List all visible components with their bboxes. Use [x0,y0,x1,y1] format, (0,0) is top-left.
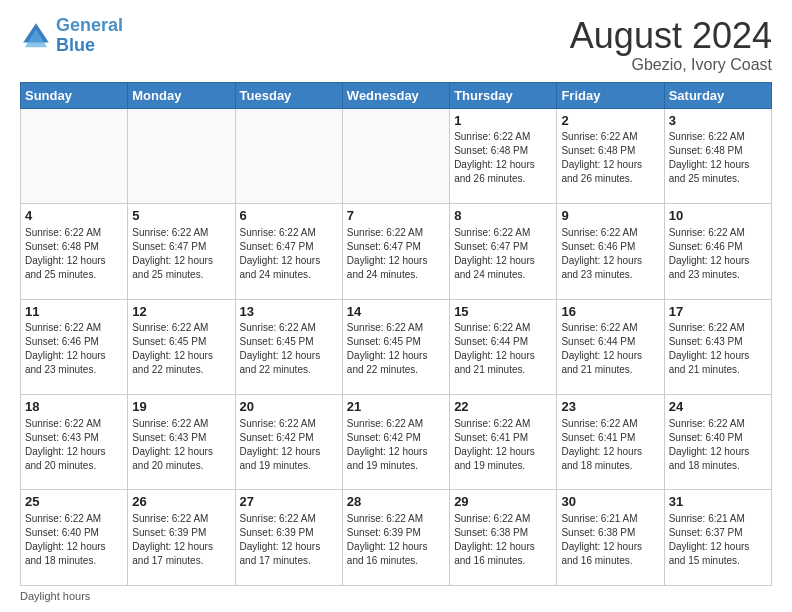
day-number: 5 [132,207,230,225]
day-info: Sunrise: 6:22 AM Sunset: 6:48 PM Dayligh… [25,226,123,282]
logo-icon [20,20,52,52]
calendar-header-row: SundayMondayTuesdayWednesdayThursdayFrid… [21,82,772,108]
day-number: 4 [25,207,123,225]
calendar-cell [128,108,235,203]
calendar-cell: 6Sunrise: 6:22 AM Sunset: 6:47 PM Daylig… [235,204,342,299]
calendar-cell [235,108,342,203]
day-info: Sunrise: 6:22 AM Sunset: 6:47 PM Dayligh… [454,226,552,282]
day-number: 7 [347,207,445,225]
subtitle: Gbezio, Ivory Coast [570,56,772,74]
day-info: Sunrise: 6:22 AM Sunset: 6:47 PM Dayligh… [240,226,338,282]
day-number: 17 [669,303,767,321]
day-number: 2 [561,112,659,130]
calendar-cell: 28Sunrise: 6:22 AM Sunset: 6:39 PM Dayli… [342,490,449,586]
day-info: Sunrise: 6:22 AM Sunset: 6:44 PM Dayligh… [561,321,659,377]
day-info: Sunrise: 6:22 AM Sunset: 6:48 PM Dayligh… [669,130,767,186]
page: General Blue August 2024 Gbezio, Ivory C… [0,0,792,612]
calendar-cell [342,108,449,203]
calendar-cell: 29Sunrise: 6:22 AM Sunset: 6:38 PM Dayli… [450,490,557,586]
day-info: Sunrise: 6:22 AM Sunset: 6:42 PM Dayligh… [240,417,338,473]
calendar-cell: 2Sunrise: 6:22 AM Sunset: 6:48 PM Daylig… [557,108,664,203]
day-number: 6 [240,207,338,225]
day-info: Sunrise: 6:22 AM Sunset: 6:46 PM Dayligh… [25,321,123,377]
day-number: 18 [25,398,123,416]
calendar-cell: 31Sunrise: 6:21 AM Sunset: 6:37 PM Dayli… [664,490,771,586]
calendar-cell: 10Sunrise: 6:22 AM Sunset: 6:46 PM Dayli… [664,204,771,299]
header: General Blue August 2024 Gbezio, Ivory C… [20,16,772,74]
calendar-cell [21,108,128,203]
calendar-cell: 13Sunrise: 6:22 AM Sunset: 6:45 PM Dayli… [235,299,342,394]
calendar-week-2: 11Sunrise: 6:22 AM Sunset: 6:46 PM Dayli… [21,299,772,394]
day-number: 13 [240,303,338,321]
day-number: 19 [132,398,230,416]
logo-text: General Blue [56,16,123,56]
logo: General Blue [20,16,123,56]
day-info: Sunrise: 6:22 AM Sunset: 6:43 PM Dayligh… [25,417,123,473]
day-info: Sunrise: 6:22 AM Sunset: 6:39 PM Dayligh… [132,512,230,568]
day-info: Sunrise: 6:22 AM Sunset: 6:43 PM Dayligh… [669,321,767,377]
calendar-cell: 3Sunrise: 6:22 AM Sunset: 6:48 PM Daylig… [664,108,771,203]
day-number: 20 [240,398,338,416]
day-info: Sunrise: 6:22 AM Sunset: 6:44 PM Dayligh… [454,321,552,377]
calendar-cell: 25Sunrise: 6:22 AM Sunset: 6:40 PM Dayli… [21,490,128,586]
col-header-thursday: Thursday [450,82,557,108]
col-header-monday: Monday [128,82,235,108]
calendar-cell: 20Sunrise: 6:22 AM Sunset: 6:42 PM Dayli… [235,395,342,490]
calendar-cell: 4Sunrise: 6:22 AM Sunset: 6:48 PM Daylig… [21,204,128,299]
calendar-cell: 18Sunrise: 6:22 AM Sunset: 6:43 PM Dayli… [21,395,128,490]
col-header-tuesday: Tuesday [235,82,342,108]
day-number: 15 [454,303,552,321]
day-number: 14 [347,303,445,321]
day-number: 31 [669,493,767,511]
logo-blue: Blue [56,35,95,55]
calendar-cell: 19Sunrise: 6:22 AM Sunset: 6:43 PM Dayli… [128,395,235,490]
logo-general: General [56,15,123,35]
day-info: Sunrise: 6:21 AM Sunset: 6:38 PM Dayligh… [561,512,659,568]
calendar-cell: 9Sunrise: 6:22 AM Sunset: 6:46 PM Daylig… [557,204,664,299]
day-info: Sunrise: 6:22 AM Sunset: 6:39 PM Dayligh… [347,512,445,568]
day-number: 27 [240,493,338,511]
calendar-cell: 5Sunrise: 6:22 AM Sunset: 6:47 PM Daylig… [128,204,235,299]
day-info: Sunrise: 6:22 AM Sunset: 6:47 PM Dayligh… [347,226,445,282]
col-header-saturday: Saturday [664,82,771,108]
day-number: 9 [561,207,659,225]
calendar-cell: 14Sunrise: 6:22 AM Sunset: 6:45 PM Dayli… [342,299,449,394]
calendar-cell: 21Sunrise: 6:22 AM Sunset: 6:42 PM Dayli… [342,395,449,490]
day-number: 29 [454,493,552,511]
day-info: Sunrise: 6:21 AM Sunset: 6:37 PM Dayligh… [669,512,767,568]
day-info: Sunrise: 6:22 AM Sunset: 6:40 PM Dayligh… [25,512,123,568]
day-info: Sunrise: 6:22 AM Sunset: 6:45 PM Dayligh… [132,321,230,377]
day-number: 24 [669,398,767,416]
calendar-cell: 8Sunrise: 6:22 AM Sunset: 6:47 PM Daylig… [450,204,557,299]
day-info: Sunrise: 6:22 AM Sunset: 6:45 PM Dayligh… [240,321,338,377]
calendar-cell: 17Sunrise: 6:22 AM Sunset: 6:43 PM Dayli… [664,299,771,394]
day-info: Sunrise: 6:22 AM Sunset: 6:42 PM Dayligh… [347,417,445,473]
calendar-cell: 26Sunrise: 6:22 AM Sunset: 6:39 PM Dayli… [128,490,235,586]
col-header-sunday: Sunday [21,82,128,108]
day-info: Sunrise: 6:22 AM Sunset: 6:46 PM Dayligh… [561,226,659,282]
day-info: Sunrise: 6:22 AM Sunset: 6:45 PM Dayligh… [347,321,445,377]
day-number: 16 [561,303,659,321]
day-info: Sunrise: 6:22 AM Sunset: 6:48 PM Dayligh… [454,130,552,186]
col-header-wednesday: Wednesday [342,82,449,108]
calendar-table: SundayMondayTuesdayWednesdayThursdayFrid… [20,82,772,586]
day-number: 3 [669,112,767,130]
day-number: 30 [561,493,659,511]
day-number: 26 [132,493,230,511]
day-number: 21 [347,398,445,416]
day-info: Sunrise: 6:22 AM Sunset: 6:47 PM Dayligh… [132,226,230,282]
footer-note: Daylight hours [20,590,772,602]
day-info: Sunrise: 6:22 AM Sunset: 6:39 PM Dayligh… [240,512,338,568]
calendar-cell: 12Sunrise: 6:22 AM Sunset: 6:45 PM Dayli… [128,299,235,394]
calendar-cell: 24Sunrise: 6:22 AM Sunset: 6:40 PM Dayli… [664,395,771,490]
calendar-cell: 15Sunrise: 6:22 AM Sunset: 6:44 PM Dayli… [450,299,557,394]
day-number: 10 [669,207,767,225]
calendar-cell: 22Sunrise: 6:22 AM Sunset: 6:41 PM Dayli… [450,395,557,490]
calendar-week-4: 25Sunrise: 6:22 AM Sunset: 6:40 PM Dayli… [21,490,772,586]
calendar-week-0: 1Sunrise: 6:22 AM Sunset: 6:48 PM Daylig… [21,108,772,203]
day-number: 25 [25,493,123,511]
day-number: 8 [454,207,552,225]
calendar-cell: 7Sunrise: 6:22 AM Sunset: 6:47 PM Daylig… [342,204,449,299]
calendar-cell: 11Sunrise: 6:22 AM Sunset: 6:46 PM Dayli… [21,299,128,394]
main-title: August 2024 [570,16,772,56]
